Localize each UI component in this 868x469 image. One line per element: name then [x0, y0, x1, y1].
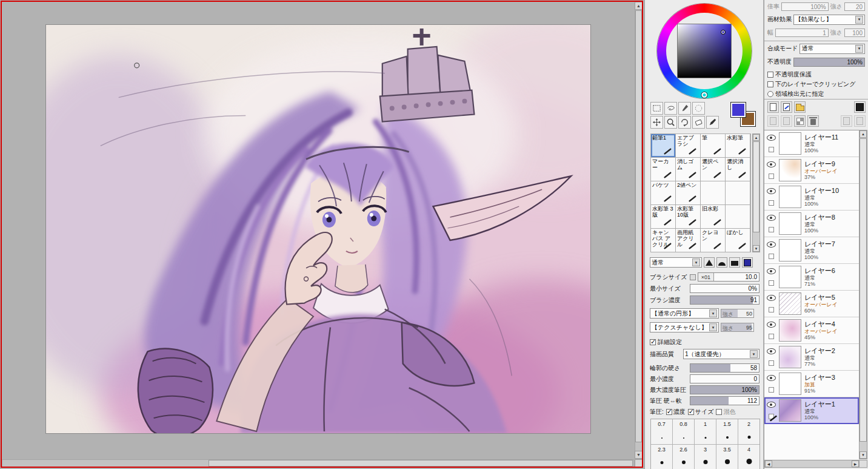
new-folder-button[interactable]: [794, 101, 806, 113]
shape-select-tool[interactable]: [692, 102, 705, 115]
dropdown-arrow-icon[interactable]: [692, 258, 700, 266]
size-preset[interactable]: 4: [738, 445, 760, 469]
saturation-value-square[interactable]: [678, 24, 731, 78]
brush-item[interactable]: エアブラシ: [676, 134, 700, 157]
mask-button[interactable]: [854, 101, 866, 113]
paper-strength2-field[interactable]: 100: [844, 29, 865, 37]
brush-item[interactable]: バケツ: [651, 181, 675, 204]
size-preset[interactable]: 2.6: [673, 445, 694, 469]
layer-row[interactable]: レイヤー4 オーバーレイ 45%: [764, 317, 859, 344]
brush-item-empty[interactable]: [726, 181, 750, 204]
layer-checkbox[interactable]: [769, 280, 774, 286]
layer-visibility-icon[interactable]: [767, 295, 776, 301]
brush-color-preview-button[interactable]: [742, 257, 753, 268]
layer-visibility-icon[interactable]: [767, 241, 776, 248]
shape-strength-slider[interactable]: 強さ 50: [721, 309, 754, 318]
layer-thumbnail[interactable]: [779, 266, 801, 288]
min-size-slider[interactable]: 0%: [690, 284, 760, 293]
color-wheel[interactable]: [657, 4, 752, 98]
dropdown-arrow-icon[interactable]: [709, 323, 717, 331]
sv-cursor-icon[interactable]: [721, 30, 726, 35]
delete-layer-button[interactable]: [807, 115, 819, 127]
layer-visibility-icon[interactable]: [767, 375, 776, 381]
size-preset[interactable]: 0.8: [673, 419, 694, 444]
layer-thumbnail[interactable]: [779, 212, 801, 235]
scroll-thumb[interactable]: [860, 138, 867, 442]
edge-shape-flat-button[interactable]: [729, 257, 740, 268]
dropdown-arrow-icon[interactable]: [709, 309, 717, 317]
layer-list-scrollbar[interactable]: ▲ ▼: [859, 130, 867, 459]
paper-zoom-field[interactable]: 100%: [781, 2, 829, 11]
scroll-down-icon[interactable]: ▼: [635, 451, 643, 459]
min-density-slider[interactable]: 0: [690, 374, 760, 383]
brush-item[interactable]: 画用紙 アクリル: [676, 229, 700, 252]
layer-checkbox[interactable]: [769, 334, 774, 339]
paper-effect-dropdown[interactable]: 【効果なし】: [793, 15, 865, 25]
layer-thumbnail[interactable]: [779, 239, 801, 261]
brush-palette-scrollbar[interactable]: ▲ ▼: [752, 133, 760, 252]
size-preset[interactable]: 1: [695, 419, 716, 444]
canvas-horizontal-scroll-thumb[interactable]: [209, 460, 633, 467]
pressure-mix-checkbox[interactable]: [716, 409, 722, 415]
layer-thumbnail[interactable]: [779, 373, 801, 395]
preserve-opacity-checkbox[interactable]: [767, 72, 773, 78]
texture-strength-slider[interactable]: 強さ 95: [721, 323, 754, 332]
layer-thumbnail[interactable]: [779, 159, 801, 181]
layer-list-hscrollbar[interactable]: ◀ ▶: [764, 460, 860, 468]
layer-visibility-icon[interactable]: [767, 215, 776, 221]
layer-row[interactable]: レイヤー5 オーバーレイ 60%: [764, 291, 859, 317]
layer-thumbnail[interactable]: [779, 132, 801, 155]
quality-dropdown[interactable]: 1（速度優先）: [683, 349, 760, 359]
eraser-tool[interactable]: [692, 116, 705, 129]
brush-item[interactable]: 鉛筆1: [651, 134, 675, 157]
layer-row[interactable]: レイヤー8 通常 100%: [764, 211, 859, 237]
scroll-up-icon[interactable]: ▲: [635, 2, 643, 10]
brush-shape-dropdown[interactable]: 【通常の円形】: [650, 308, 719, 319]
layer-opacity-slider[interactable]: 100%: [793, 58, 865, 67]
size-preset[interactable]: 0.7: [651, 419, 672, 444]
size-preset[interactable]: 3.5: [716, 445, 738, 469]
eyedropper-tool[interactable]: [678, 102, 691, 115]
layer-blend-dropdown[interactable]: 通常: [800, 44, 865, 54]
size-preset[interactable]: 2: [738, 419, 760, 444]
merge-down-button[interactable]: [781, 115, 792, 127]
paper-strength-field[interactable]: 20: [844, 2, 865, 11]
brush-item[interactable]: 2値ペン: [676, 181, 700, 204]
edge-shape-round-button[interactable]: [716, 257, 727, 268]
layer-thumbnail[interactable]: [779, 186, 801, 208]
layer-row[interactable]: レイヤー2 通常 77%: [764, 344, 859, 371]
layer-visibility-icon[interactable]: [767, 348, 776, 354]
marquee-select-tool[interactable]: [650, 102, 663, 115]
layer-checkbox[interactable]: [769, 360, 774, 366]
layer-visibility-icon[interactable]: [767, 322, 776, 328]
size-preset[interactable]: 1.5: [716, 419, 738, 444]
scroll-down-icon[interactable]: ▼: [860, 451, 867, 459]
edge-hardness-slider[interactable]: 58: [690, 363, 760, 373]
brush-item[interactable]: 水彩筆 10版: [676, 205, 700, 228]
dropdown-arrow-icon[interactable]: [855, 16, 863, 24]
layer-checkbox[interactable]: [769, 147, 774, 152]
brush-item[interactable]: 筆: [701, 134, 725, 157]
scroll-left-icon[interactable]: ◀: [765, 461, 772, 467]
brush-item-empty[interactable]: [726, 205, 750, 228]
brush-size-slider[interactable]: ×01 10.0: [698, 272, 760, 282]
brush-item-empty[interactable]: [701, 181, 725, 204]
hue-cursor-icon[interactable]: [702, 92, 707, 98]
layer-visibility-icon[interactable]: [767, 402, 776, 408]
brush-item[interactable]: クレヨン: [701, 229, 725, 252]
size-preset[interactable]: 2.3: [651, 445, 672, 469]
brush-item[interactable]: マーカー: [651, 158, 675, 181]
brush-item[interactable]: 選択消し: [726, 158, 750, 181]
brush-item[interactable]: 水彩筆: [726, 134, 750, 157]
layer-row[interactable]: レイヤー6 通常 71%: [764, 264, 859, 291]
selection-source-radio[interactable]: [767, 91, 773, 97]
size-link-checkbox[interactable]: [690, 274, 696, 280]
layer-checkbox[interactable]: [769, 387, 774, 393]
extra-layer-button[interactable]: [841, 115, 852, 127]
layer-checkbox[interactable]: [769, 200, 774, 206]
layer-visibility-icon[interactable]: [767, 135, 776, 141]
brush-item[interactable]: 水彩筆 3版: [651, 205, 675, 228]
scroll-down-icon[interactable]: ▼: [753, 245, 760, 252]
layer-thumbnail[interactable]: [779, 399, 801, 422]
brush-texture-dropdown[interactable]: 【テクスチャなし】: [650, 322, 719, 332]
